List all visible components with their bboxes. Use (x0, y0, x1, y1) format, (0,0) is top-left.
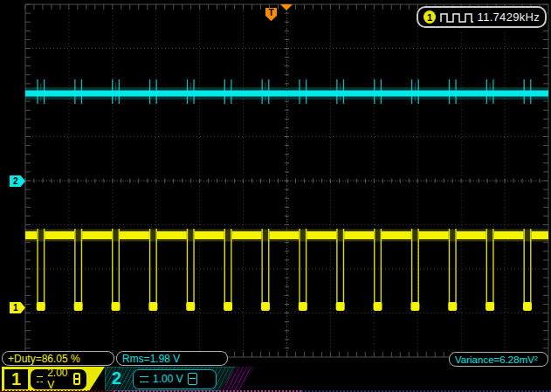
memory-icon (188, 373, 197, 385)
measurement-rms: Rms=1.98 V (116, 351, 228, 366)
measurement-variance: Variance=6.28mV² (449, 352, 548, 367)
channel1-scale: 2.00 V (47, 367, 69, 391)
dc-coupling-icon (37, 376, 43, 382)
channel1-number: 1 (4, 369, 28, 389)
frequency-source-channel: 1 (424, 10, 436, 24)
frequency-value: 11.7429kHz (478, 10, 540, 24)
channel1-settings: 2.00 V (31, 369, 86, 389)
measurement-duty: +Duty=86.05 % (2, 351, 114, 366)
trigger-position-marker[interactable] (280, 4, 293, 10)
graticule (25, 4, 548, 357)
channel2-scale: 1.00 V (153, 373, 183, 385)
memory-icon (73, 373, 80, 385)
channel1-digit: 1 (11, 370, 21, 388)
channel2-digit: 2 (112, 369, 121, 387)
square-wave-icon (440, 11, 473, 24)
dc-coupling-icon (140, 376, 148, 382)
channel2-settings: 1.00 V (133, 369, 217, 389)
channel2-badge[interactable]: 2 1.00 V (105, 367, 236, 391)
bottom-edge-line-magenta (114, 390, 301, 392)
frequency-counter: 1 11.7429kHz (417, 6, 547, 28)
bottom-edge-line-blue (301, 390, 551, 392)
bottom-edge-line-red (0, 390, 114, 392)
waveform-display (0, 0, 551, 392)
channel1-badge[interactable]: 1 2.00 V (2, 367, 105, 391)
